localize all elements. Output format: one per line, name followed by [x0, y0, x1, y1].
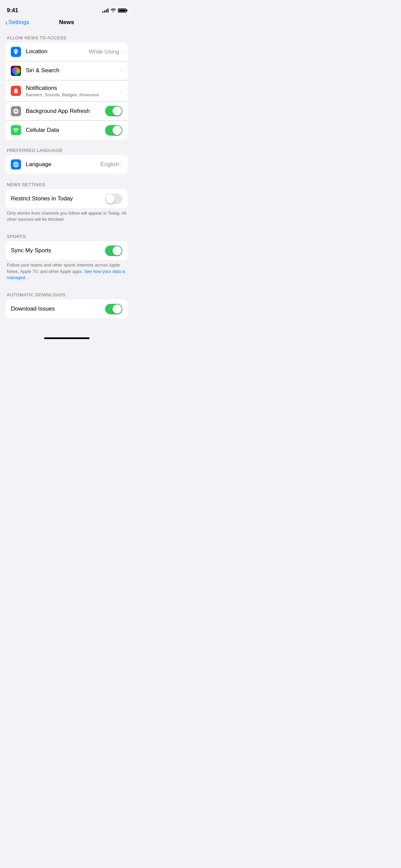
section-header: AUTOMATIC DOWNLOADS — [0, 287, 133, 299]
card-allow-access: LocationWhile Using›Siri & Search› Notif… — [5, 42, 128, 140]
page-title: News — [59, 19, 74, 26]
section-preferred-language: PREFERRED LANGUAGE LanguageEnglish› — [0, 142, 133, 174]
toggle-switch[interactable] — [105, 304, 122, 314]
section-header: SPORTS — [0, 229, 133, 241]
nav-bar: ‹ Settings News — [0, 16, 133, 30]
status-icons — [102, 8, 126, 13]
battery-icon — [118, 8, 126, 13]
icon-location — [11, 47, 21, 57]
row-location[interactable]: LocationWhile Using› — [5, 42, 128, 61]
icon-language — [11, 159, 21, 170]
icon-background-refresh — [11, 106, 21, 116]
row-title-sync-sports: Sync My Sports — [11, 247, 105, 254]
section-footer-sports: Follow your teams and other sports inter… — [0, 260, 133, 284]
section-header: NEWS SETTINGS — [0, 177, 133, 189]
toggle-switch[interactable] — [105, 125, 122, 136]
content: ALLOW NEWS TO ACCESS LocationWhile Using… — [0, 30, 133, 335]
chevron-right-icon: › — [121, 162, 122, 167]
row-download-issues[interactable]: Download Issues — [5, 299, 128, 318]
icon-cellular-data — [11, 125, 21, 135]
chevron-right-icon: › — [121, 88, 122, 94]
card-sports: Sync My Sports — [5, 241, 128, 260]
card-automatic-downloads: Download Issues — [5, 299, 128, 318]
section-allow-access: ALLOW NEWS TO ACCESS LocationWhile Using… — [0, 30, 133, 140]
row-title-notifications: Notifications — [26, 84, 121, 92]
toggle-switch[interactable] — [105, 106, 122, 116]
row-language[interactable]: LanguageEnglish› — [5, 155, 128, 174]
row-subtitle-notifications: Banners, Sounds, Badges, Announce — [26, 92, 121, 97]
card-preferred-language: LanguageEnglish› — [5, 155, 128, 174]
footer-link-sports[interactable]: See how your data is managed... — [7, 269, 125, 280]
chevron-right-icon: › — [121, 68, 122, 74]
back-button[interactable]: ‹ Settings — [5, 19, 29, 26]
icon-notifications — [11, 86, 21, 96]
section-sports: SPORTSSync My SportsFollow your teams an… — [0, 229, 133, 284]
icon-siri-search — [11, 66, 21, 76]
chevron-right-icon: › — [121, 49, 122, 55]
section-news-settings: NEWS SETTINGSRestrict Stories in TodayOn… — [0, 177, 133, 226]
row-title-siri-search: Siri & Search — [26, 67, 121, 74]
row-siri-search[interactable]: Siri & Search› — [5, 61, 128, 80]
row-right-text-location: While Using — [88, 48, 119, 55]
row-notifications[interactable]: NotificationsBanners, Sounds, Badges, An… — [5, 80, 128, 102]
status-time: 9:41 — [7, 7, 18, 14]
wifi-icon — [111, 8, 116, 13]
row-sync-sports[interactable]: Sync My Sports — [5, 241, 128, 260]
row-cellular-data[interactable]: Cellular Data — [5, 121, 128, 140]
row-title-cellular-data: Cellular Data — [26, 126, 105, 134]
toggle-switch[interactable] — [105, 194, 122, 204]
row-background-refresh[interactable]: Background App Refresh — [5, 102, 128, 121]
home-indicator — [0, 335, 133, 341]
section-footer-news-settings: Only stories from channels you follow wi… — [0, 208, 133, 226]
section-header: ALLOW NEWS TO ACCESS — [0, 30, 133, 42]
row-right-text-language: English — [100, 161, 119, 168]
row-title-background-refresh: Background App Refresh — [26, 107, 105, 115]
row-title-restrict-stories: Restrict Stories in Today — [11, 195, 105, 202]
section-header: PREFERRED LANGUAGE — [0, 142, 133, 155]
card-news-settings: Restrict Stories in Today — [5, 189, 128, 208]
row-restrict-stories[interactable]: Restrict Stories in Today — [5, 189, 128, 208]
row-title-download-issues: Download Issues — [11, 305, 105, 313]
row-title-location: Location — [26, 48, 88, 55]
status-bar: 9:41 — [0, 0, 133, 16]
section-automatic-downloads: AUTOMATIC DOWNLOADSDownload Issues — [0, 287, 133, 318]
signal-icon — [102, 8, 108, 13]
toggle-switch[interactable] — [105, 245, 122, 256]
row-title-language: Language — [26, 161, 100, 168]
